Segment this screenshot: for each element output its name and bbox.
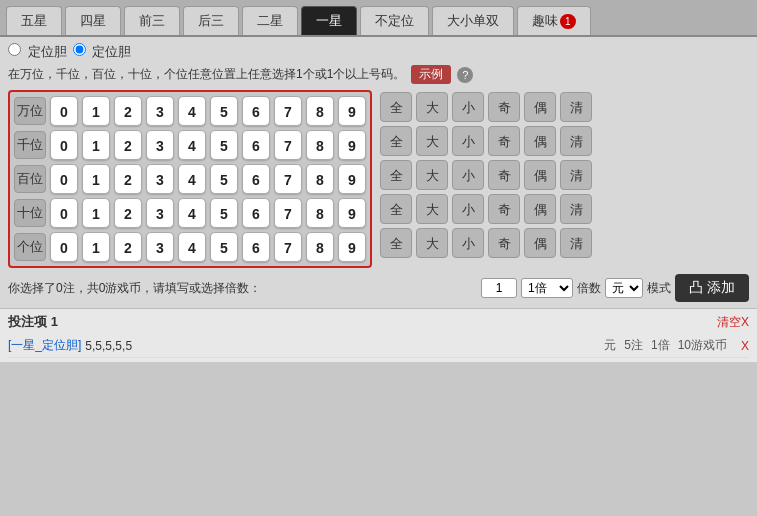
- multiplier-select[interactable]: 1倍2倍3倍5倍10倍: [521, 278, 573, 298]
- opt-btn-3-5[interactable]: 清: [560, 194, 592, 224]
- bet-delete[interactable]: X: [741, 339, 749, 353]
- opt-btn-4-1[interactable]: 大: [416, 228, 448, 258]
- radio-option2[interactable]: 定位胆: [73, 43, 132, 61]
- num-btn-4-2[interactable]: 2: [114, 232, 142, 262]
- digit-label-2[interactable]: 百位: [14, 165, 46, 193]
- num-btn-4-4[interactable]: 4: [178, 232, 206, 262]
- digit-label-0[interactable]: 万位: [14, 97, 46, 125]
- opt-btn-2-1[interactable]: 大: [416, 160, 448, 190]
- opt-btn-2-0[interactable]: 全: [380, 160, 412, 190]
- num-btn-1-8[interactable]: 8: [306, 130, 334, 160]
- opt-btn-0-0[interactable]: 全: [380, 92, 412, 122]
- num-btn-2-2[interactable]: 2: [114, 164, 142, 194]
- num-btn-1-6[interactable]: 6: [242, 130, 270, 160]
- radio-option1[interactable]: 定位胆: [8, 43, 67, 61]
- clear-button[interactable]: 清空X: [717, 314, 749, 331]
- tab-wuxing[interactable]: 五星: [6, 6, 62, 35]
- opt-btn-0-5[interactable]: 清: [560, 92, 592, 122]
- opt-btn-4-4[interactable]: 偶: [524, 228, 556, 258]
- num-btn-0-1[interactable]: 1: [82, 96, 110, 126]
- tab-budingwei[interactable]: 不定位: [360, 6, 429, 35]
- opt-btn-1-3[interactable]: 奇: [488, 126, 520, 156]
- opt-btn-3-4[interactable]: 偶: [524, 194, 556, 224]
- num-btn-0-5[interactable]: 5: [210, 96, 238, 126]
- num-btn-4-0[interactable]: 0: [50, 232, 78, 262]
- num-btn-4-1[interactable]: 1: [82, 232, 110, 262]
- digit-label-4[interactable]: 个位: [14, 233, 46, 261]
- multiplier-input[interactable]: [481, 278, 517, 298]
- tab-quwei[interactable]: 趣味1: [517, 6, 591, 35]
- opt-btn-4-5[interactable]: 清: [560, 228, 592, 258]
- radio-input1[interactable]: [8, 43, 21, 56]
- num-btn-2-0[interactable]: 0: [50, 164, 78, 194]
- num-btn-4-5[interactable]: 5: [210, 232, 238, 262]
- opt-btn-0-3[interactable]: 奇: [488, 92, 520, 122]
- opt-btn-1-4[interactable]: 偶: [524, 126, 556, 156]
- num-btn-1-7[interactable]: 7: [274, 130, 302, 160]
- add-button[interactable]: 凸 添加: [675, 274, 749, 302]
- opt-btn-3-3[interactable]: 奇: [488, 194, 520, 224]
- num-btn-3-6[interactable]: 6: [242, 198, 270, 228]
- opt-btn-0-4[interactable]: 偶: [524, 92, 556, 122]
- num-btn-4-9[interactable]: 9: [338, 232, 366, 262]
- tab-daxiaodanshuang[interactable]: 大小单双: [432, 6, 514, 35]
- num-btn-1-2[interactable]: 2: [114, 130, 142, 160]
- num-btn-1-3[interactable]: 3: [146, 130, 174, 160]
- currency-select[interactable]: 元角分: [605, 278, 643, 298]
- opt-btn-2-2[interactable]: 小: [452, 160, 484, 190]
- num-btn-3-2[interactable]: 2: [114, 198, 142, 228]
- opt-btn-1-2[interactable]: 小: [452, 126, 484, 156]
- help-icon[interactable]: ?: [457, 67, 473, 83]
- num-btn-4-3[interactable]: 3: [146, 232, 174, 262]
- num-btn-0-3[interactable]: 3: [146, 96, 174, 126]
- num-btn-2-1[interactable]: 1: [82, 164, 110, 194]
- opt-btn-4-3[interactable]: 奇: [488, 228, 520, 258]
- opt-btn-0-2[interactable]: 小: [452, 92, 484, 122]
- num-btn-4-6[interactable]: 6: [242, 232, 270, 262]
- num-btn-0-6[interactable]: 6: [242, 96, 270, 126]
- num-btn-1-0[interactable]: 0: [50, 130, 78, 160]
- digit-label-1[interactable]: 千位: [14, 131, 46, 159]
- num-btn-0-4[interactable]: 4: [178, 96, 206, 126]
- opt-btn-3-2[interactable]: 小: [452, 194, 484, 224]
- num-btn-3-8[interactable]: 8: [306, 198, 334, 228]
- opt-btn-2-5[interactable]: 清: [560, 160, 592, 190]
- tab-erxing[interactable]: 二星: [242, 6, 298, 35]
- num-btn-2-7[interactable]: 7: [274, 164, 302, 194]
- num-btn-3-9[interactable]: 9: [338, 198, 366, 228]
- tab-yixing[interactable]: 一星: [301, 6, 357, 35]
- num-btn-2-3[interactable]: 3: [146, 164, 174, 194]
- num-btn-3-1[interactable]: 1: [82, 198, 110, 228]
- num-btn-1-9[interactable]: 9: [338, 130, 366, 160]
- opt-btn-2-4[interactable]: 偶: [524, 160, 556, 190]
- opt-btn-2-3[interactable]: 奇: [488, 160, 520, 190]
- num-btn-2-6[interactable]: 6: [242, 164, 270, 194]
- num-btn-0-2[interactable]: 2: [114, 96, 142, 126]
- opt-btn-4-2[interactable]: 小: [452, 228, 484, 258]
- num-btn-2-4[interactable]: 4: [178, 164, 206, 194]
- num-btn-4-8[interactable]: 8: [306, 232, 334, 262]
- tab-housan[interactable]: 后三: [183, 6, 239, 35]
- num-btn-3-5[interactable]: 5: [210, 198, 238, 228]
- opt-btn-3-0[interactable]: 全: [380, 194, 412, 224]
- tab-qiansan[interactable]: 前三: [124, 6, 180, 35]
- opt-btn-4-0[interactable]: 全: [380, 228, 412, 258]
- num-btn-0-9[interactable]: 9: [338, 96, 366, 126]
- num-btn-3-0[interactable]: 0: [50, 198, 78, 228]
- num-btn-2-5[interactable]: 5: [210, 164, 238, 194]
- num-btn-3-3[interactable]: 3: [146, 198, 174, 228]
- num-btn-2-9[interactable]: 9: [338, 164, 366, 194]
- opt-btn-0-1[interactable]: 大: [416, 92, 448, 122]
- num-btn-4-7[interactable]: 7: [274, 232, 302, 262]
- num-btn-1-5[interactable]: 5: [210, 130, 238, 160]
- example-button[interactable]: 示例: [411, 65, 451, 84]
- num-btn-3-7[interactable]: 7: [274, 198, 302, 228]
- opt-btn-1-1[interactable]: 大: [416, 126, 448, 156]
- num-btn-1-4[interactable]: 4: [178, 130, 206, 160]
- radio-input2[interactable]: [73, 43, 86, 56]
- num-btn-2-8[interactable]: 8: [306, 164, 334, 194]
- opt-btn-1-5[interactable]: 清: [560, 126, 592, 156]
- num-btn-0-8[interactable]: 8: [306, 96, 334, 126]
- digit-label-3[interactable]: 十位: [14, 199, 46, 227]
- num-btn-1-1[interactable]: 1: [82, 130, 110, 160]
